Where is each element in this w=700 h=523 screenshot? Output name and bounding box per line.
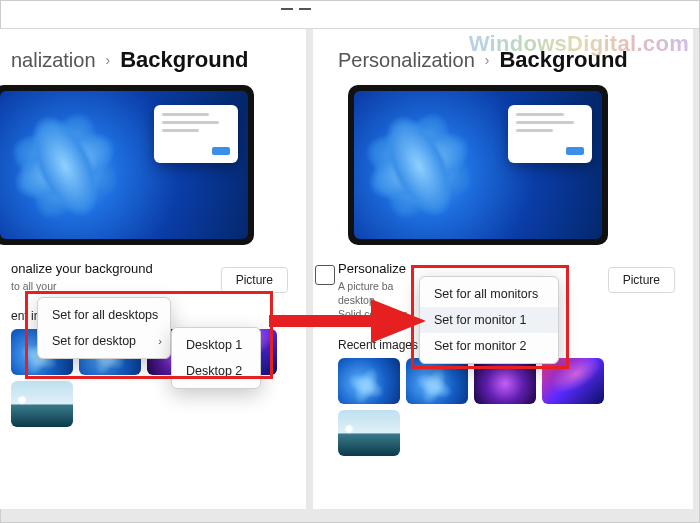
submenu-item-desktop-1[interactable]: Desktop 1 (172, 332, 260, 358)
wallpaper-thumb[interactable] (338, 358, 400, 404)
preview-widget (154, 105, 238, 163)
background-type-dropdown[interactable]: Picture (221, 267, 288, 293)
breadcrumb-parent[interactable]: Personalization (338, 49, 475, 72)
picture-icon (315, 265, 335, 285)
wallpaper-thumb[interactable] (542, 358, 604, 404)
wallpaper-thumb[interactable] (11, 381, 73, 427)
submenu-item-desktop-2[interactable]: Desktop 2 (172, 358, 260, 384)
desktop-preview (348, 85, 608, 245)
svg-marker-1 (371, 299, 426, 343)
menu-item-set-all-monitors[interactable]: Set for all monitors (420, 281, 558, 307)
chevron-right-icon: › (158, 335, 162, 347)
section-desc: to all your (11, 279, 211, 293)
wallpaper-thumb[interactable] (474, 358, 536, 404)
menu-item-set-monitor-2[interactable]: Set for monitor 2 (420, 333, 558, 359)
window-titlebar (1, 1, 699, 29)
context-menu-monitors[interactable]: Set for all monitors Set for monitor 1 S… (419, 276, 559, 364)
annotation-arrow-icon (261, 291, 431, 351)
background-type-dropdown[interactable]: Picture (608, 267, 675, 293)
context-menu-desktops[interactable]: Set for all desktops Set for desktop › (37, 297, 171, 359)
menu-item-set-all-desktops[interactable]: Set for all desktops (38, 302, 170, 328)
wallpaper-thumb[interactable] (338, 410, 400, 456)
wallpaper-thumb[interactable] (406, 358, 468, 404)
settings-panel-right: Personalization › Background Personalize… (313, 29, 693, 509)
recent-images-row (313, 410, 693, 456)
recent-images-row (0, 381, 306, 427)
menu-item-set-for-desktop[interactable]: Set for desktop › (38, 328, 170, 354)
breadcrumb: nalization › Background (0, 29, 306, 85)
breadcrumb-current: Background (120, 47, 248, 73)
chevron-right-icon: › (106, 52, 111, 68)
menu-item-set-monitor-1[interactable]: Set for monitor 1 (420, 307, 558, 333)
breadcrumb-parent[interactable]: nalization (11, 49, 96, 72)
preview-widget (508, 105, 592, 163)
wallpaper-bloom-icon (354, 91, 528, 239)
context-submenu-desktops[interactable]: Desktop 1 Desktop 2 (171, 327, 261, 389)
watermark-text: WindowsDigital.com (469, 31, 689, 57)
desktop-preview (0, 85, 254, 245)
settings-panel-left: nalization › Background onalize your bac… (0, 29, 306, 509)
recent-images-row (313, 358, 693, 404)
menu-item-label: Set for desktop (52, 334, 136, 348)
wallpaper-bloom-icon (0, 91, 173, 239)
